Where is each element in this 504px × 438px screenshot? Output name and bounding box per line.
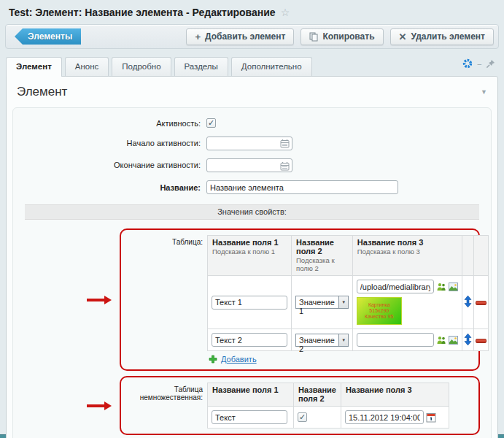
delete-element-label: Удалить элемент [411,31,485,42]
delete-element-button[interactable]: ✕ Удалить элемент [390,28,494,45]
calendar-icon[interactable] [280,161,290,174]
image-picker-icon[interactable] [449,336,458,345]
table-header-row: Название поля 1 Подсказка к полю 1 Назва… [208,236,489,276]
add-row: Добавить [207,351,489,364]
elements-back-label: Элементы [28,31,72,42]
table-property-annotated: Таблица: Название поля 1 Подсказка к пол… [120,228,480,371]
toolbar: Элементы + Добавить элемент Копировать ✕… [5,24,499,49]
pin-icon[interactable] [486,59,495,69]
activity-end-label: Окончание активности: [20,161,206,169]
column-header: Название поля 3 [341,383,449,407]
annotation-red-box: Таблица немножественная: Название поля 1… [120,376,480,435]
select-value: Значение 1 [296,296,338,308]
chevron-down-icon: ▼ [338,334,347,346]
tab-podrobno[interactable]: Подробно [112,57,171,76]
annotation-arrow [87,404,105,407]
table-row: ✓ [208,407,449,429]
tab-dopolnitelno[interactable]: Дополнительно [231,57,312,76]
field2-select[interactable]: Значение 1 ▼ [295,296,349,309]
add-row-link[interactable]: Добавить [221,355,257,364]
column-hint: Подсказка к полю 3 [357,247,457,256]
field-row-name: Название: [20,180,484,194]
add-element-button[interactable]: + Добавить элемент [186,28,294,45]
calendar-icon[interactable] [280,138,290,151]
activity-label: Активность: [20,119,206,128]
tab-razdely[interactable]: Разделы [174,57,228,76]
datetime-input[interactable] [345,410,424,424]
medialibrary-users-icon[interactable] [436,283,446,291]
column-header: Название поля 1 Подсказка к полю 1 [208,236,292,276]
field2-checkbox[interactable]: ✓ [298,412,307,422]
tab-bar-tools: – [462,58,495,69]
field1-input[interactable] [212,410,287,424]
favorite-star-icon[interactable]: ☆ [281,7,290,18]
table-header-row: Название поля 1 Название поля 2 Название… [208,383,449,407]
table-row: Значение 2 ▼ [208,329,489,351]
collapse-section-icon[interactable]: ▼ [481,88,487,96]
move-row-icon[interactable] [464,334,472,345]
file-path-input[interactable] [357,280,434,293]
name-input[interactable] [206,180,398,194]
form-body: Активность: ✓ Начало активности: Окончан… [12,107,492,438]
move-row-icon[interactable] [464,296,472,307]
activity-start-label: Начало активности: [20,139,206,147]
column-header: Название поля 3 Подсказка к полю 3 [352,236,462,276]
plus-icon: + [195,31,201,42]
add-element-label: Добавить элемент [205,31,285,42]
field1-input[interactable] [212,333,287,347]
gear-icon[interactable] [462,58,473,69]
column-header: Название поля 2 [294,383,341,407]
column-header-delete [473,236,488,276]
select-value: Значение 2 [296,334,338,346]
section-header: Элемент ▼ [7,77,497,106]
calendar-red-icon[interactable] [426,412,436,423]
edit-form-panel: Элемент ▼ Активность: ✓ Начало активност… [6,76,498,438]
copy-button[interactable]: Копировать [301,28,383,45]
table-nonmultiple-annotated: Таблица немножественная: Название поля 1… [120,376,480,435]
copy-icon [309,32,318,42]
column-hint: Подсказка к полю 1 [212,247,287,256]
field2-select[interactable]: Значение 2 ▼ [295,334,349,347]
field-row-activity-start: Начало активности: [20,136,484,150]
section-title: Элемент [17,85,67,99]
name-label: Название: [20,183,206,192]
titlebar: Test: Элемент: Название элемента - Редак… [0,0,504,22]
medialibrary-users-icon[interactable] [436,336,446,345]
field-row-activity: Активность: ✓ [20,118,484,128]
column-hint: Подсказка к полю 2 [296,256,348,272]
property-table-single: Название поля 1 Название поля 2 Название… [207,383,449,429]
chevron-down-icon: ▼ [338,296,347,308]
close-icon: ✕ [399,31,407,42]
property-table: Название поля 1 Подсказка к полю 1 Назва… [207,235,489,351]
annotation-arrow [87,299,105,301]
file-path-input[interactable] [357,333,434,347]
elements-back-button[interactable]: Элементы [15,28,81,45]
tab-anons[interactable]: Анонс [65,57,109,76]
add-plus-icon[interactable] [209,355,217,364]
table-nonmultiple-label: Таблица немножественная: [125,383,207,429]
delete-row-icon[interactable] [476,301,486,305]
tab-bar: Элемент Анонс Подробно Разделы Дополните… [6,55,498,76]
annotation-red-box: Таблица: Название поля 1 Подсказка к пол… [120,228,480,371]
image-picker-icon[interactable] [449,283,458,291]
delete-row-icon[interactable] [476,339,486,343]
table-property-label: Таблица: [125,235,207,364]
image-thumbnail: Картинка 515x290 Качество 95 [357,297,402,325]
field1-input[interactable] [212,296,287,310]
column-header: Название поля 2 Подсказка к полю 2 [292,236,353,276]
gear-menu-dash: – [477,60,481,68]
table-row: Значение 1 ▼ [208,276,489,329]
copy-label: Копировать [322,31,374,42]
tab-element[interactable]: Элемент [6,57,62,77]
activity-checkbox[interactable]: ✓ [206,118,216,128]
page-title: Test: Элемент: Название элемента - Редак… [9,7,276,18]
toolbar-actions: + Добавить элемент Копировать ✕ Удалить … [186,28,494,45]
field-row-activity-end: Окончание активности: [20,158,484,173]
column-header: Название поля 1 [208,383,294,407]
properties-section-header: Значения свойств: [25,204,479,220]
column-header-move [462,236,473,276]
